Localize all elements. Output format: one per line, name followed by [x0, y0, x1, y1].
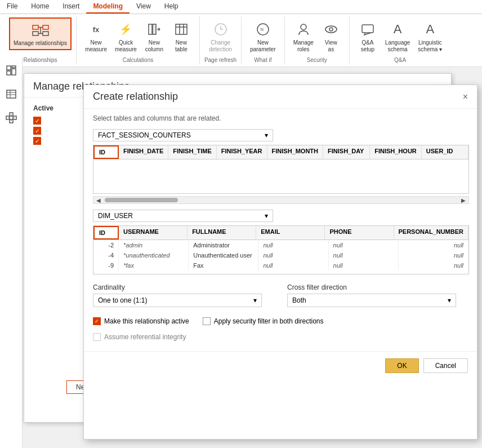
tab-insert[interactable]: Insert [56, 0, 86, 14]
make-active-row[interactable]: ✓ Make this relationship active [93, 317, 189, 325]
ribbon-content: Manage relationships Relationships fx Ne… [0, 14, 482, 66]
table2-col-fullname[interactable]: FULLNAME [188, 226, 256, 239]
tab-view[interactable]: View [130, 0, 158, 14]
row1-phone: null [329, 240, 399, 250]
new-table-label: Newtable [175, 39, 188, 53]
table1-col-finish-time[interactable]: FINISH_TIME [168, 145, 216, 159]
linguistic-schema-button[interactable]: A Linguisticschema ▾ [414, 17, 446, 56]
table1-grid-header: ID FINISH_DATE FINISH_TIME FINISH_YEAR F… [93, 145, 468, 159]
tab-modeling[interactable]: Modeling [86, 0, 130, 14]
ok-button[interactable]: OK [385, 358, 418, 373]
quick-measure-icon: ⚡ [117, 20, 135, 38]
manage-roles-label: Manageroles [293, 39, 314, 53]
cross-filter-group: Cross filter direction Both ▾ [287, 283, 468, 307]
referential-integrity-checkbox[interactable] [93, 333, 101, 341]
table2-grid-header: ID USERNAME FULLNAME EMAIL PHONE PERSONA… [93, 226, 468, 240]
row1-email: null [258, 240, 328, 250]
scroll-left-arrow[interactable]: ◀ [93, 196, 104, 204]
ribbon-group-what-if: ≈ Newparameter What if [242, 16, 285, 64]
svg-point-20 [325, 26, 337, 33]
table1-col-finish-hour[interactable]: FINISH_HOUR [370, 145, 422, 159]
sidebar-icon-model[interactable] [3, 109, 20, 126]
create-dialog-close[interactable]: × [463, 92, 468, 102]
table2-grid: ID USERNAME FULLNAME EMAIL PHONE PERSONA… [93, 225, 469, 274]
cancel-button[interactable]: Cancel [423, 358, 468, 373]
table1-grid-body [93, 159, 468, 193]
active-checkbox-1[interactable]: ✓ [33, 117, 41, 125]
table2-col-personal-number[interactable]: PERSONAL_NUMBER [394, 226, 469, 239]
tab-home[interactable]: Home [24, 0, 56, 14]
security-group-label: Security [307, 57, 327, 63]
view-as-button[interactable]: Viewas [318, 17, 345, 56]
svg-rect-27 [7, 90, 16, 98]
table1-scrollbar[interactable]: ◀ ▶ [93, 196, 469, 204]
manage-relationships-button[interactable]: Manage relationships [9, 17, 72, 50]
referential-integrity-row[interactable]: Assume referential integrity [93, 333, 186, 341]
new-measure-button[interactable]: fx Newmeasure [81, 17, 111, 56]
svg-rect-25 [7, 71, 11, 75]
table1-col-finish-month[interactable]: FINISH_MONTH [267, 145, 324, 159]
new-column-button[interactable]: Newcolumn [141, 17, 168, 56]
table1-dropdown[interactable]: FACT_SESSION_COUNTERS ▾ [93, 129, 273, 141]
make-active-checkbox[interactable]: ✓ [93, 317, 101, 325]
relationships-buttons: Manage relationships [9, 17, 72, 56]
qa-buttons: Q&Asetup A Languageschema A Linguisticsc… [354, 17, 446, 56]
ribbon: File Home Insert Modeling View Help [0, 0, 482, 67]
new-measure-icon: fx [87, 20, 105, 38]
sidebar-icon-data[interactable] [3, 86, 20, 103]
svg-rect-2 [33, 32, 38, 36]
table1-col-finish-year[interactable]: FINISH_YEAR [217, 145, 267, 159]
table1-grid: ID FINISH_DATE FINISH_TIME FINISH_YEAR F… [93, 145, 469, 194]
quick-measure-button[interactable]: ⚡ Quickmeasure [111, 17, 141, 56]
table2-col-username[interactable]: USERNAME [119, 226, 188, 239]
table1-col-id[interactable]: ID [93, 145, 119, 159]
cardinality-select[interactable]: One to one (1:1) ▾ [93, 294, 262, 307]
manage-roles-button[interactable]: Manageroles [289, 17, 318, 56]
svg-rect-1 [43, 25, 48, 29]
table1-dropdown-arrow: ▾ [265, 131, 268, 139]
table-row: -4 *unauthenticated Unauthenticated user… [93, 250, 468, 260]
cardinality-value: One to one (1:1) [98, 296, 147, 304]
left-sidebar [0, 57, 23, 448]
language-schema-label: Languageschema [385, 39, 410, 53]
active-checkbox-3[interactable]: ✓ [33, 137, 41, 145]
row1-fullname: Administrator [189, 240, 258, 250]
svg-rect-12 [176, 24, 187, 34]
scrollbar-track [105, 198, 178, 202]
security-filter-label: Apply security filter in both directions [214, 317, 324, 325]
security-filter-row[interactable]: Apply security filter in both directions [203, 317, 324, 325]
change-detection-button[interactable]: Changedetection [205, 17, 236, 56]
sidebar-icon-report[interactable] [3, 62, 20, 79]
table1-col-finish-date[interactable]: FINISH_DATE [119, 145, 168, 159]
table2-select-row: DIM_USER ▾ [93, 210, 468, 222]
change-detection-label: Changedetection [209, 39, 232, 53]
table2-col-email[interactable]: EMAIL [256, 226, 325, 239]
security-filter-checkbox[interactable] [203, 317, 211, 325]
table2-col-id[interactable]: ID [93, 226, 119, 239]
table2-dropdown[interactable]: DIM_USER ▾ [93, 210, 273, 222]
qa-group-label: Q&A [394, 57, 406, 63]
svg-rect-3 [43, 32, 48, 36]
cross-filter-value: Both [292, 296, 306, 304]
cardinality-filter-row: Cardinality One to one (1:1) ▾ Cross fil… [93, 283, 468, 307]
new-table-button[interactable]: Newtable [168, 17, 195, 56]
table1-col-finish-day[interactable]: FINISH_DAY [323, 145, 370, 159]
linguistic-schema-label: Linguisticschema ▾ [418, 39, 442, 53]
manage-relationships-label: Manage relationships [14, 40, 67, 47]
row3-personal-number: null [399, 260, 468, 270]
svg-rect-7 [149, 24, 152, 34]
table1-col-user-id[interactable]: USER_ID [422, 145, 468, 159]
cross-filter-select[interactable]: Both ▾ [287, 294, 456, 307]
make-active-label: Make this relationship active [104, 317, 189, 325]
svg-rect-26 [12, 69, 16, 75]
manage-roles-icon [294, 20, 313, 38]
language-schema-button[interactable]: A Languageschema [381, 17, 414, 56]
calculations-group-label: Calculations [123, 57, 153, 63]
qa-setup-button[interactable]: Q&Asetup [354, 17, 381, 56]
new-parameter-button[interactable]: ≈ Newparameter [246, 17, 280, 56]
scroll-right-arrow[interactable]: ▶ [458, 196, 468, 204]
tab-file[interactable]: File [0, 0, 24, 14]
tab-help[interactable]: Help [158, 0, 185, 14]
active-checkbox-2[interactable]: ✓ [33, 127, 41, 135]
table2-col-phone[interactable]: PHONE [325, 226, 394, 239]
